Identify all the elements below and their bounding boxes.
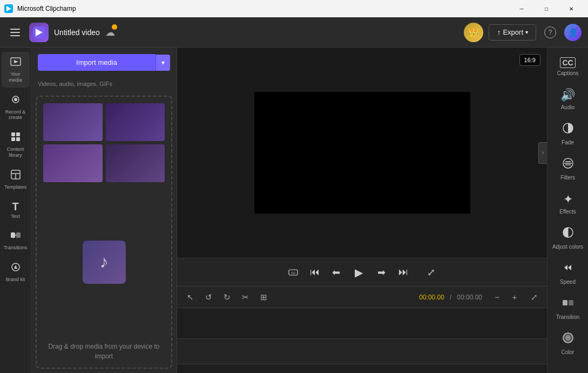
sidebar-item-brand-kit[interactable]: Brand kit <box>2 257 30 287</box>
paste-icon: ⊞ <box>260 292 267 302</box>
skip-end-icon: ⏭ <box>398 267 408 278</box>
preview-screen <box>254 92 470 214</box>
music-note-icon: ♪ <box>100 252 109 272</box>
audio-label: Audio <box>561 104 575 110</box>
svg-rect-16 <box>16 232 21 238</box>
sidebar-item-record-create[interactable]: Record & create <box>2 90 30 125</box>
right-panel-fade[interactable]: Fade <box>550 117 586 151</box>
effects-icon: ✦ <box>563 192 573 207</box>
record-create-icon <box>10 94 21 108</box>
right-panel-speed[interactable]: Speed <box>550 256 586 290</box>
cloud-save-button[interactable]: ☁ <box>105 26 115 38</box>
frame-fwd-icon: ➡ <box>377 267 386 278</box>
play-icon: ▶ <box>355 266 363 279</box>
app-title: Microsoft Clipchamp <box>17 5 505 12</box>
cloud-badge <box>112 24 117 30</box>
svg-rect-11 <box>16 137 20 141</box>
cut-button[interactable]: ✂ <box>238 290 253 305</box>
skip-to-end-button[interactable]: ⏭ <box>395 264 412 281</box>
play-pause-button[interactable]: ▶ <box>349 263 369 282</box>
music-thumbnail[interactable]: ♪ <box>83 241 126 284</box>
right-panel-audio[interactable]: 🔊 Audio <box>550 83 586 116</box>
media-subtitle: Videos, audio, images, GIFs <box>31 77 177 91</box>
zoom-out-icon: − <box>495 292 500 302</box>
media-drop-area[interactable]: ♪ Drag & drop media from your device to … <box>36 96 172 369</box>
media-thumb-1[interactable] <box>43 103 103 141</box>
captions-label: Captions <box>557 70 578 76</box>
skip-to-start-button[interactable]: ⏮ <box>306 264 323 281</box>
app-icon <box>4 4 13 13</box>
fullscreen-button[interactable]: ⤢ <box>423 264 440 281</box>
frame-fwd-button[interactable]: ➡ <box>373 264 390 281</box>
zoom-in-button[interactable]: + <box>507 290 522 305</box>
window-controls: ─ □ ✕ <box>509 0 584 17</box>
select-tool-button[interactable]: ↖ <box>183 290 198 305</box>
adjust-colors-label: Adjust colors <box>552 244 583 250</box>
main-content: Your media Record & create Content libra… <box>0 48 588 373</box>
svg-rect-8 <box>11 132 15 136</box>
import-media-dropdown-button[interactable]: ▾ <box>156 55 170 71</box>
premium-icon: 👑 <box>468 27 479 37</box>
help-button[interactable]: ? <box>542 24 559 41</box>
maximize-button[interactable]: □ <box>534 0 559 17</box>
speed-label: Speed <box>560 279 576 285</box>
timeline-tracks[interactable] <box>177 308 547 373</box>
redo-button[interactable]: ↻ <box>219 290 234 305</box>
right-panel-adjust-colors[interactable]: Adjust colors <box>550 221 586 255</box>
close-button[interactable]: ✕ <box>559 0 584 17</box>
empty-track <box>177 338 547 364</box>
avatar-icon: 👤 <box>569 28 578 37</box>
collapse-right-panel-button[interactable]: › <box>538 142 547 164</box>
sidebar-item-your-media[interactable]: Your media <box>2 52 30 88</box>
right-panel-color[interactable]: Color <box>550 327 586 361</box>
media-thumb-2[interactable] <box>106 103 165 141</box>
svg-text:CC: CC <box>291 271 296 275</box>
paste-button[interactable]: ⊞ <box>256 290 271 305</box>
help-icon: ? <box>544 26 556 38</box>
app: Untitled video ☁ 👑 ↑ Export ▾ ? 👤 <box>0 17 588 373</box>
caption-toggle-button[interactable]: CC <box>285 264 302 281</box>
svg-rect-29 <box>563 300 567 305</box>
your-media-label: Your media <box>4 71 28 83</box>
project-title[interactable]: Untitled video <box>54 28 100 37</box>
color-label: Color <box>562 349 575 355</box>
skip-start-icon: ⏮ <box>310 267 320 278</box>
zoom-out-button[interactable]: − <box>490 290 505 305</box>
right-panel-captions[interactable]: CC Captions <box>550 52 586 82</box>
sidebar-item-templates[interactable]: Templates <box>2 165 30 195</box>
right-panel-filters[interactable]: Filters <box>550 152 586 186</box>
export-arrow-icon: ↑ <box>497 28 501 37</box>
right-panel-transition[interactable]: Transition <box>550 291 586 325</box>
color-icon <box>562 332 574 347</box>
expand-timeline-button[interactable]: ⤢ <box>526 290 542 305</box>
import-media-button[interactable]: Import media <box>38 54 156 71</box>
export-button[interactable]: ↑ Export ▾ <box>489 24 536 41</box>
your-media-icon <box>10 56 21 70</box>
sidebar-item-text[interactable]: T Text <box>2 197 30 224</box>
svg-rect-10 <box>11 137 15 141</box>
timeline-current-time: 00:00.00 <box>419 294 444 301</box>
minimize-button[interactable]: ─ <box>509 0 534 17</box>
content-library-label: Content library <box>4 146 28 158</box>
drop-text: Drag & drop media from your device to im… <box>43 342 165 361</box>
templates-icon <box>10 169 21 183</box>
hamburger-menu[interactable] <box>6 24 24 41</box>
sidebar-item-content-library[interactable]: Content library <box>2 127 30 163</box>
media-thumb-3[interactable] <box>43 144 103 182</box>
svg-point-7 <box>14 98 17 101</box>
aspect-ratio-button[interactable]: 16:9 <box>519 54 540 66</box>
premium-button[interactable]: 👑 <box>464 23 483 42</box>
export-chevron-icon: ▾ <box>525 29 528 35</box>
user-avatar[interactable]: 👤 <box>564 24 582 41</box>
right-panel-effects[interactable]: ✦ Effects <box>550 187 586 220</box>
svg-rect-15 <box>11 232 15 238</box>
media-thumb-4[interactable] <box>106 144 165 182</box>
undo-button[interactable]: ↺ <box>201 290 216 305</box>
undo-icon: ↺ <box>205 292 212 302</box>
timeline-zoom-controls: − + ⤢ <box>490 290 542 305</box>
sidebar-item-transitions[interactable]: Transitions <box>2 225 30 255</box>
fade-icon <box>562 122 574 137</box>
media-panel-header: Import media ▾ <box>31 48 177 77</box>
svg-point-32 <box>565 335 571 341</box>
frame-back-button[interactable]: ⬅ <box>328 264 345 281</box>
